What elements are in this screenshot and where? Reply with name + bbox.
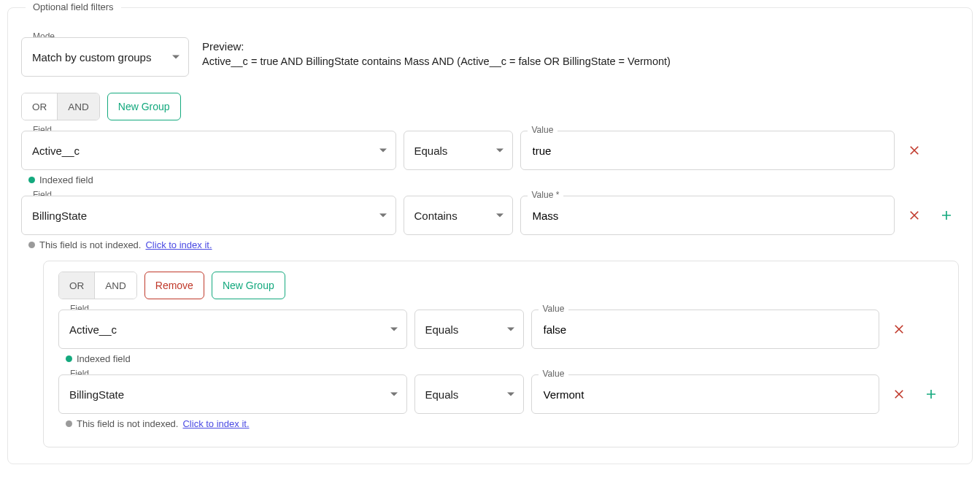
value-input-box	[520, 131, 895, 170]
operator-select-wrapper: Contains	[404, 196, 513, 235]
inner-logic-toggle: OR AND	[58, 272, 137, 299]
delete-row-button[interactable]	[906, 142, 923, 159]
operator-value: Equals	[425, 323, 459, 336]
index-it-link[interactable]: Click to index it.	[145, 239, 212, 250]
outer-logic-toggle: OR AND	[21, 93, 100, 120]
index-status-dot	[66, 355, 72, 362]
field-select-wrapper: Field BillingState	[58, 374, 407, 414]
chevron-down-icon	[496, 149, 503, 153]
value-input-wrapper: Value	[520, 131, 895, 170]
field-value: Active__c	[32, 145, 80, 157]
close-icon	[892, 323, 906, 336]
operator-select[interactable]: Equals	[404, 131, 513, 170]
operator-select[interactable]: Equals	[414, 310, 524, 349]
value-input-box	[520, 196, 895, 235]
index-hint: Indexed field	[39, 174, 93, 185]
outer-logic-or[interactable]: OR	[22, 93, 57, 120]
operator-select-wrapper: Equals	[404, 131, 513, 170]
value-label: Value	[528, 125, 558, 135]
chevron-down-icon	[496, 214, 503, 218]
add-row-button[interactable]	[938, 207, 955, 224]
mode-select-wrapper: Mode Match by custom groups	[21, 37, 189, 77]
delete-row-button[interactable]	[890, 320, 908, 338]
operator-select-wrapper: Equals	[414, 310, 524, 349]
operator-value: Contains	[414, 210, 458, 222]
value-input[interactable]	[542, 323, 869, 337]
add-row-button[interactable]	[922, 385, 940, 403]
plus-icon	[925, 388, 938, 401]
preview-block: Preview: Active__c = true AND BillingSta…	[202, 37, 671, 67]
close-icon	[908, 209, 921, 222]
index-status-dot	[28, 242, 35, 248]
field-select[interactable]: BillingState	[21, 196, 396, 235]
chevron-down-icon	[172, 55, 180, 59]
field-select-wrapper: Field Active__c	[21, 131, 396, 170]
value-input[interactable]	[542, 388, 869, 401]
value-input-wrapper: Value *	[520, 196, 895, 235]
field-select[interactable]: Active__c	[21, 131, 396, 170]
preview-text: Active__c = true AND BillingState contai…	[202, 55, 671, 67]
outer-new-group-button[interactable]: New Group	[107, 93, 181, 120]
chevron-down-icon	[379, 149, 387, 153]
operator-select[interactable]: Contains	[404, 196, 513, 235]
value-input-wrapper: Value	[531, 374, 880, 414]
index-status-dot	[28, 177, 35, 183]
value-label: Value	[539, 369, 569, 379]
chevron-down-icon	[507, 393, 514, 396]
field-value: Active__c	[69, 323, 117, 336]
mode-select[interactable]: Match by custom groups	[21, 37, 189, 77]
delete-row-button[interactable]	[890, 385, 908, 403]
index-hint: This field is not indexed.	[39, 239, 141, 250]
value-input[interactable]	[531, 144, 884, 158]
remove-group-button[interactable]: Remove	[144, 272, 204, 299]
value-label: Value	[539, 304, 569, 314]
card-legend: Optional field filters	[26, 1, 121, 12]
value-input-box	[531, 374, 880, 414]
operator-value: Equals	[425, 388, 459, 401]
field-value: BillingState	[69, 388, 124, 401]
chevron-down-icon	[390, 328, 398, 331]
field-value: BillingState	[32, 210, 87, 222]
chevron-down-icon	[379, 214, 387, 218]
value-input-box	[531, 310, 880, 349]
chevron-down-icon	[390, 393, 398, 396]
index-it-link[interactable]: Click to index it.	[182, 418, 249, 429]
operator-select-wrapper: Equals	[414, 374, 524, 414]
operator-value: Equals	[414, 145, 448, 157]
index-hint: Indexed field	[77, 353, 131, 364]
nested-filter-group: OR AND Remove New Group Field Active__c …	[43, 261, 959, 447]
chevron-down-icon	[507, 328, 514, 331]
inner-logic-or[interactable]: OR	[59, 272, 94, 299]
operator-select[interactable]: Equals	[414, 374, 524, 414]
inner-new-group-button[interactable]: New Group	[212, 272, 285, 299]
plus-icon	[940, 209, 953, 222]
optional-field-filters-card: Optional field filters Mode Match by cus…	[7, 7, 973, 464]
inner-logic-and[interactable]: AND	[94, 272, 136, 299]
field-select[interactable]: BillingState	[58, 374, 407, 414]
index-status-dot	[66, 420, 72, 427]
delete-row-button[interactable]	[906, 207, 923, 224]
close-icon	[892, 388, 906, 401]
mode-value: Match by custom groups	[32, 51, 151, 64]
preview-title: Preview:	[202, 40, 671, 53]
index-hint: This field is not indexed.	[77, 418, 178, 429]
field-select-wrapper: Field BillingState	[21, 196, 396, 235]
field-select[interactable]: Active__c	[58, 310, 407, 349]
value-input[interactable]	[531, 209, 884, 223]
field-select-wrapper: Field Active__c	[58, 310, 407, 349]
close-icon	[908, 144, 921, 157]
value-label-required: Value *	[528, 190, 564, 200]
outer-logic-and[interactable]: AND	[57, 93, 99, 120]
value-input-wrapper: Value	[531, 310, 880, 349]
